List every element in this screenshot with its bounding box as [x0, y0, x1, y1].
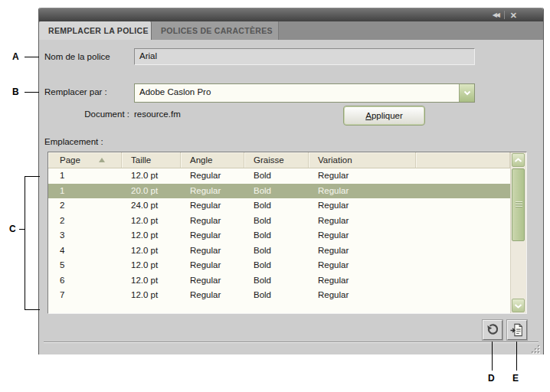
refresh-button[interactable]: [483, 320, 503, 340]
table-row[interactable]: 224.0 ptRegularBoldRegular: [48, 198, 510, 214]
table-cell: Bold: [244, 258, 309, 273]
table-cell: Regular: [309, 214, 416, 229]
scroll-down-button[interactable]: [512, 299, 525, 312]
replace-with-dropdown[interactable]: Adobe Caslon Pro: [134, 83, 475, 103]
table-cell: Regular: [181, 228, 244, 243]
column-header-empty: [416, 152, 510, 168]
sort-ascending-icon: [99, 158, 105, 162]
close-icon[interactable]: ✕: [510, 10, 517, 21]
location-label: Emplacement :: [44, 137, 103, 146]
go-to-location-icon: [510, 323, 524, 337]
annotation-d-line: [492, 341, 493, 371]
table-cell: Regular: [309, 243, 416, 259]
table-cell: 12.0 pt: [122, 228, 181, 243]
annotation-c-bracket-bottom: [25, 309, 40, 310]
table-cell: 3: [48, 228, 122, 243]
go-to-location-button[interactable]: [507, 320, 527, 340]
table-cell: 20.0 pt: [122, 184, 181, 199]
column-header-angle[interactable]: Angle: [181, 152, 244, 168]
dropdown-arrow-button[interactable]: [459, 84, 474, 102]
table-cell: 4: [48, 243, 122, 259]
table-cell: Regular: [309, 184, 416, 199]
table-cell: 24.0 pt: [122, 198, 181, 214]
annotation-a-line: [25, 57, 39, 57]
table-main: Page Taille Angle Graisse Variation 112.…: [48, 152, 510, 313]
scroll-up-button[interactable]: [512, 153, 525, 167]
font-name-field[interactable]: Arial: [134, 48, 475, 65]
tab-polices-de-caracteres[interactable]: POLICES DE CARACTÈRES: [152, 21, 279, 40]
table-cell: Regular: [181, 214, 244, 229]
annotation-e-line: [516, 341, 517, 371]
table-row[interactable]: 712.0 ptRegularBoldRegular: [48, 288, 510, 303]
apply-button-label: Appliquer: [365, 111, 403, 120]
table-row[interactable]: 120.0 ptRegularBoldRegular: [48, 184, 510, 199]
table-cell: Bold: [244, 243, 309, 259]
table-cell: Regular: [309, 228, 416, 243]
panel-titlebar[interactable]: ◀◀ ✕: [39, 8, 543, 21]
table-cell: 2: [48, 214, 122, 229]
tab-remplacer-la-police[interactable]: REMPLACER LA POLICE: [39, 21, 152, 40]
table-cell: Regular: [181, 273, 244, 289]
annotation-b-line: [25, 92, 39, 93]
table-cell: Regular: [309, 168, 416, 184]
table-cell: Regular: [309, 288, 416, 303]
table-scrollbar[interactable]: [510, 152, 526, 313]
apply-button[interactable]: Appliquer: [343, 106, 425, 126]
table-cell: Regular: [181, 168, 244, 184]
table-cell: Bold: [244, 214, 309, 229]
table-cell: Bold: [244, 198, 309, 214]
column-header-taille[interactable]: Taille: [122, 152, 181, 168]
refresh-icon: [486, 323, 499, 337]
table-cell: Regular: [181, 243, 244, 259]
annotation-a: A: [12, 51, 19, 62]
table-cell: Regular: [181, 258, 244, 273]
resize-grip[interactable]: [530, 344, 541, 354]
table-row[interactable]: 112.0 ptRegularBoldRegular: [48, 168, 510, 184]
table-cell: 12.0 pt: [122, 288, 181, 303]
titlebar-divider: [504, 11, 505, 19]
table-cell: 7: [48, 288, 122, 303]
annotation-e: E: [512, 373, 519, 384]
replace-font-panel: ◀◀ ✕ REMPLACER LA POLICE POLICES DE CARA…: [38, 8, 544, 354]
table-cell: Bold: [244, 184, 309, 199]
table-cell: Regular: [181, 198, 244, 214]
table-cell: 6: [48, 273, 122, 289]
replace-with-value: Adobe Caslon Pro: [135, 84, 459, 102]
table-row[interactable]: 512.0 ptRegularBoldRegular: [48, 258, 510, 273]
table-cell: Bold: [244, 228, 309, 243]
screenshot-stage: ◀◀ ✕ REMPLACER LA POLICE POLICES DE CARA…: [0, 0, 550, 392]
panel-body: Nom de la police Arial Remplacer par : A…: [39, 40, 543, 354]
table-row[interactable]: 312.0 ptRegularBoldRegular: [48, 228, 510, 243]
table-cell: 12.0 pt: [122, 168, 181, 184]
table-cell: 12.0 pt: [122, 214, 181, 229]
document-value: resource.fm: [134, 109, 181, 119]
table-cell: Regular: [309, 198, 416, 214]
tab-bar: REMPLACER LA POLICE POLICES DE CARACTÈRE…: [39, 21, 543, 40]
annotation-c-bracket-top: [25, 176, 40, 177]
chevron-up-icon: [514, 158, 522, 163]
column-header-variation[interactable]: Variation: [309, 152, 416, 168]
collapse-panel-icon[interactable]: ◀◀: [493, 10, 499, 21]
table-header: Page Taille Angle Graisse Variation: [48, 152, 510, 168]
annotation-b: B: [12, 87, 19, 97]
chevron-down-icon: [514, 303, 522, 309]
table-row[interactable]: 212.0 ptRegularBoldRegular: [48, 214, 510, 229]
scrollbar-thumb[interactable]: [512, 168, 525, 241]
table-row[interactable]: 412.0 ptRegularBoldRegular: [48, 243, 510, 259]
annotation-c: C: [9, 224, 16, 234]
location-table: Page Taille Angle Graisse Variation 112.…: [47, 152, 527, 314]
table-cell: 1: [48, 168, 122, 184]
table-cell: 12.0 pt: [122, 273, 181, 289]
footer-divider: [44, 341, 539, 343]
column-header-label: Page: [60, 153, 80, 168]
table-cell: Bold: [244, 168, 309, 184]
column-header-page[interactable]: Page: [48, 152, 122, 168]
replace-with-label: Remplacer par :: [44, 87, 107, 96]
column-header-graisse[interactable]: Graisse: [244, 152, 309, 168]
table-row[interactable]: 612.0 ptRegularBoldRegular: [48, 273, 510, 289]
table-cell: Bold: [244, 273, 309, 289]
table-cell: Regular: [309, 273, 416, 289]
table-cell: 5: [48, 258, 122, 273]
table-cell: 12.0 pt: [122, 243, 181, 259]
table-cell: Bold: [244, 288, 309, 303]
